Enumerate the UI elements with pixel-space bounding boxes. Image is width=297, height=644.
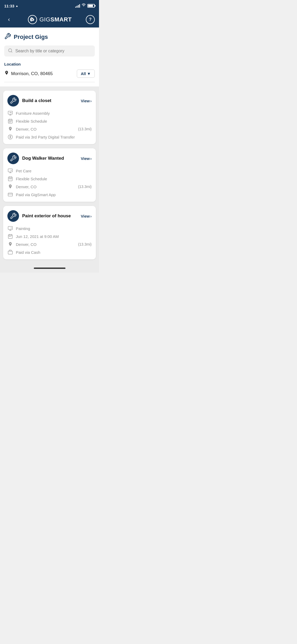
help-button[interactable]: ?	[86, 15, 95, 24]
gig-card-3-header: Paint exterior of house View ›	[7, 210, 92, 222]
gig-payment-row-1: Paid via 3rd Party Digital Transfer	[7, 134, 92, 140]
svg-rect-3	[8, 111, 13, 114]
gig-payment-2: Paid via GigSmart App	[16, 192, 92, 197]
pin-icon-3	[7, 241, 13, 247]
gig-payment-3: Paid via Cash	[16, 250, 92, 255]
chevron-down-icon: ▼	[87, 71, 91, 76]
gig-payment-1: Paid via 3rd Party Digital Transfer	[16, 135, 92, 139]
gig-details-3: Painting Jun 12, 2021 at 9:00 AM Denv	[7, 226, 92, 255]
location-left: Morrison, CO, 80465	[4, 70, 53, 77]
gig-category-row-1: Furniture Assembly	[7, 110, 92, 116]
gig-location-row-2: Denver, CO (13.3mi)	[7, 184, 92, 190]
svg-point-26	[11, 228, 12, 228]
home-indicator	[34, 268, 65, 269]
logo-icon	[28, 15, 37, 24]
gig-avatar-2	[7, 153, 19, 164]
category-icon-1	[7, 110, 13, 116]
gig-avatar-1	[7, 95, 19, 107]
payment-icon-2	[7, 192, 13, 197]
gig-distance-1: (13.3mi)	[78, 127, 92, 131]
page-title: Project Gigs	[14, 34, 48, 40]
back-button[interactable]: ‹	[4, 15, 14, 24]
gig-card-1-header: Build a closet View ›	[7, 95, 92, 107]
gig-location-1: Denver, CO	[16, 127, 76, 131]
gig-schedule-row-2: Flexible Schedule	[7, 176, 92, 182]
page-title-row: Project Gigs	[4, 33, 95, 41]
payment-icon-1	[7, 134, 13, 140]
payment-icon-3	[7, 249, 13, 255]
chevron-right-icon-3: ›	[90, 214, 92, 218]
gig-avatar-3	[7, 210, 19, 222]
main-content: Project Gigs Location Morrison, CO, 8046…	[0, 27, 99, 86]
search-icon	[8, 48, 13, 54]
gig-category-3: Painting	[16, 226, 92, 231]
pin-icon-1	[7, 126, 13, 132]
gig-card-3-header-left: Paint exterior of house	[7, 210, 71, 222]
project-gigs-icon	[4, 33, 11, 41]
gig-details-1: Furniture Assembly Flexible Schedule	[7, 110, 92, 140]
gig-title-3: Paint exterior of house	[22, 213, 71, 219]
gig-schedule-3: Jun 12, 2021 at 9:00 AM	[16, 234, 92, 239]
gig-location-row-3: Denver, CO (13.3mi)	[7, 241, 92, 247]
gig-card-1: Build a closet View › Furniture Assembly	[3, 91, 96, 144]
gig-schedule-row-3: Jun 12, 2021 at 9:00 AM	[7, 233, 92, 239]
wifi-icon	[82, 3, 86, 8]
chevron-right-icon-2: ›	[90, 156, 92, 161]
location-label: Location	[4, 62, 95, 66]
svg-rect-33	[8, 251, 13, 254]
gig-category-1: Furniture Assembly	[16, 111, 92, 116]
gig-view-btn-3[interactable]: View ›	[81, 214, 92, 218]
app-logo: GIGSMART	[28, 15, 72, 24]
gig-location-row-1: Denver, CO (13.3mi)	[7, 126, 92, 132]
gig-category-row-2: Pet Care	[7, 168, 92, 174]
svg-point-15	[11, 170, 12, 171]
location-pin-icon	[4, 70, 9, 77]
gig-details-2: Pet Care Flexible Schedule Denver, CO	[7, 168, 92, 197]
search-bar[interactable]	[4, 45, 95, 57]
category-icon-3	[7, 226, 13, 231]
svg-rect-25	[8, 227, 13, 230]
calendar-icon-3	[7, 233, 13, 239]
status-time: 11:33 ▲	[4, 4, 18, 8]
gig-schedule-row-1: Flexible Schedule	[7, 118, 92, 124]
category-icon-2	[7, 168, 13, 174]
location-filter-button[interactable]: All ▼	[77, 70, 95, 78]
gig-card-3: Paint exterior of house View › Painting	[3, 206, 96, 259]
location-arrow-icon: ▲	[15, 4, 18, 7]
nav-bar: ‹ GIGSMART ?	[0, 12, 99, 27]
location-value: Morrison, CO, 80465	[11, 71, 53, 76]
pin-icon-2	[7, 184, 13, 190]
logo-text: GIGSMART	[39, 16, 72, 23]
gig-category-row-3: Painting	[7, 226, 92, 231]
gig-title-2: Dog Walker Wanted	[22, 156, 64, 161]
gig-payment-row-2: Paid via GigSmart App	[7, 192, 92, 197]
battery-icon	[87, 4, 95, 8]
gig-title-1: Build a closet	[22, 98, 51, 103]
gig-schedule-1: Flexible Schedule	[16, 119, 92, 123]
svg-rect-23	[8, 193, 13, 196]
gig-payment-row-3: Paid via Cash	[7, 249, 92, 255]
gig-distance-2: (13.3mi)	[78, 185, 92, 189]
gig-view-btn-1[interactable]: View ›	[81, 99, 92, 103]
gig-list: Build a closet View › Furniture Assembly	[0, 86, 99, 264]
bottom-bar	[0, 264, 99, 273]
search-input[interactable]	[15, 49, 91, 53]
signal-icon	[75, 4, 80, 8]
location-row: Morrison, CO, 80465 All ▼	[4, 70, 95, 82]
chevron-right-icon-1: ›	[90, 99, 92, 103]
gig-card-1-header-left: Build a closet	[7, 95, 51, 107]
gig-schedule-2: Flexible Schedule	[16, 177, 92, 181]
svg-line-2	[11, 51, 12, 52]
gig-card-2-header: Dog Walker Wanted View ›	[7, 153, 92, 164]
calendar-icon-2	[7, 176, 13, 182]
gig-location-2: Denver, CO	[16, 185, 76, 189]
svg-rect-14	[8, 169, 13, 172]
status-bar: 11:33 ▲	[0, 0, 99, 12]
gig-view-btn-2[interactable]: View ›	[81, 156, 92, 161]
gig-card-2-header-left: Dog Walker Wanted	[7, 153, 64, 164]
calendar-icon-1	[7, 118, 13, 124]
status-icons	[75, 3, 95, 8]
gig-distance-3: (13.3mi)	[78, 242, 92, 246]
gig-category-2: Pet Care	[16, 169, 92, 173]
gig-card-2: Dog Walker Wanted View › Pet Care	[3, 148, 96, 202]
